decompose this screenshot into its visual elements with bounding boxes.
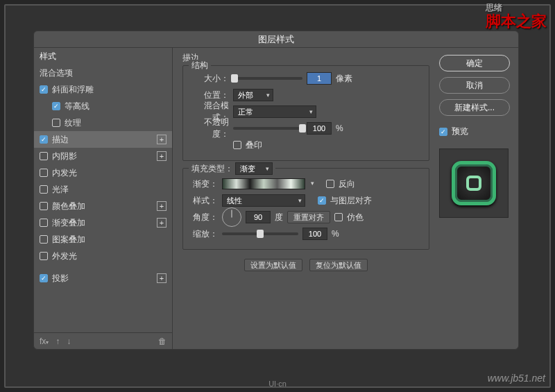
styles-panel: 样式 混合选项 ✓斜面和浮雕 ✓等高线 纹理 ✓描边+ 内阴影+ 内发光 光泽 … xyxy=(34,48,173,349)
dither-checkbox[interactable] xyxy=(334,213,343,221)
style-texture[interactable]: 纹理 xyxy=(34,114,172,131)
angle-dial[interactable] xyxy=(222,207,241,227)
style-drop-shadow[interactable]: ✓投影+ xyxy=(34,270,172,287)
style-inner-shadow[interactable]: 内阴影+ xyxy=(34,148,172,164)
position-dropdown[interactable]: 外部 xyxy=(233,89,273,101)
watermark-url: www.jb51.net xyxy=(488,373,545,384)
structure-group: 结构 大小： 像素 位置： 外部 混合模式： 正常 不透明度： xyxy=(182,65,429,161)
layer-style-dialog: 图层样式 样式 混合选项 ✓斜面和浮雕 ✓等高线 纹理 ✓描边+ 内阴影+ 内发… xyxy=(33,31,519,350)
checkbox-icon[interactable] xyxy=(40,152,48,160)
angle-input[interactable] xyxy=(246,211,271,223)
checkbox-icon[interactable] xyxy=(40,202,48,210)
watermark-sub: 思绪 xyxy=(486,4,547,11)
style-color-overlay[interactable]: 颜色叠加+ xyxy=(34,198,172,214)
style-pattern-overlay[interactable]: 图案叠加 xyxy=(34,231,172,248)
add-effect-icon[interactable]: + xyxy=(157,201,166,211)
cancel-button[interactable]: 取消 xyxy=(439,77,510,94)
move-up-icon[interactable]: ↑ xyxy=(56,336,60,346)
checkbox-icon[interactable] xyxy=(40,219,48,227)
blend-mode-dropdown[interactable]: 正常 xyxy=(233,105,316,118)
move-down-icon[interactable]: ↓ xyxy=(67,336,71,346)
style-gradient-overlay[interactable]: 渐变叠加+ xyxy=(34,214,172,231)
checkbox-icon[interactable]: ✓ xyxy=(40,135,48,144)
checkbox-icon[interactable]: ✓ xyxy=(52,102,60,110)
dialog-actions: 确定 取消 新建样式... ✓ 预览 xyxy=(436,48,518,349)
scale-input[interactable] xyxy=(302,228,327,240)
align-checkbox[interactable]: ✓ xyxy=(318,196,326,205)
style-bevel-emboss[interactable]: ✓斜面和浮雕 xyxy=(34,81,172,98)
checkbox-icon[interactable] xyxy=(40,185,48,194)
filltype-dropdown[interactable]: 渐变 xyxy=(235,162,273,175)
add-effect-icon[interactable]: + xyxy=(157,218,166,228)
size-input[interactable] xyxy=(307,72,332,85)
style-stroke[interactable]: ✓描边+ xyxy=(34,131,172,148)
style-contour[interactable]: ✓等高线 xyxy=(34,98,172,114)
blending-options[interactable]: 混合选项 xyxy=(34,65,172,81)
watermark-main: 脚本之家 xyxy=(486,12,547,30)
dialog-title: 图层样式 xyxy=(34,31,518,48)
section-title: 描边 xyxy=(182,52,429,64)
checkbox-icon[interactable] xyxy=(40,235,48,244)
checkbox-icon[interactable] xyxy=(40,169,48,177)
checkbox-icon[interactable] xyxy=(52,119,60,127)
stroke-settings: 描边 结构 大小： 像素 位置： 外部 混合模式： 正常 不 xyxy=(173,48,436,349)
fill-group: 填充类型： 渐变 渐变： 反向 样式： 线性 ✓ 与图层对齐 角 xyxy=(182,168,429,250)
logo-uicn: UI·cn xyxy=(268,380,287,388)
style-inner-glow[interactable]: 内发光 xyxy=(34,164,172,181)
set-default-button[interactable]: 设置为默认值 xyxy=(244,259,302,271)
new-style-button[interactable]: 新建样式... xyxy=(439,99,510,116)
gradient-swatch[interactable] xyxy=(222,178,305,189)
styles-header[interactable]: 样式 xyxy=(34,48,172,65)
preview-thumbnail xyxy=(439,148,509,218)
ok-button[interactable]: 确定 xyxy=(439,55,510,71)
add-effect-icon[interactable]: + xyxy=(157,151,166,161)
fx-menu-icon[interactable]: fx▾ xyxy=(40,336,49,346)
overprint-checkbox[interactable] xyxy=(233,141,241,149)
preview-checkbox[interactable]: ✓ xyxy=(439,128,447,136)
reverse-checkbox[interactable] xyxy=(326,180,334,188)
style-outer-glow[interactable]: 外发光 xyxy=(34,248,172,264)
checkbox-icon[interactable]: ✓ xyxy=(40,274,48,282)
style-satin[interactable]: 光泽 xyxy=(34,181,172,198)
opacity-input[interactable] xyxy=(307,122,332,135)
add-effect-icon[interactable]: + xyxy=(157,273,166,283)
opacity-slider[interactable] xyxy=(233,127,302,130)
add-effect-icon[interactable]: + xyxy=(157,135,166,144)
preview-icon xyxy=(452,161,496,205)
gradient-style-dropdown[interactable]: 线性 xyxy=(222,194,305,207)
reset-align-button[interactable]: 重置对齐 xyxy=(287,211,330,223)
checkbox-icon[interactable] xyxy=(40,252,48,260)
size-slider[interactable] xyxy=(233,77,302,80)
trash-icon[interactable]: 🗑 xyxy=(158,336,166,346)
scale-slider[interactable] xyxy=(222,232,298,235)
reset-default-button[interactable]: 复位为默认值 xyxy=(309,259,368,271)
checkbox-icon[interactable]: ✓ xyxy=(40,85,48,94)
